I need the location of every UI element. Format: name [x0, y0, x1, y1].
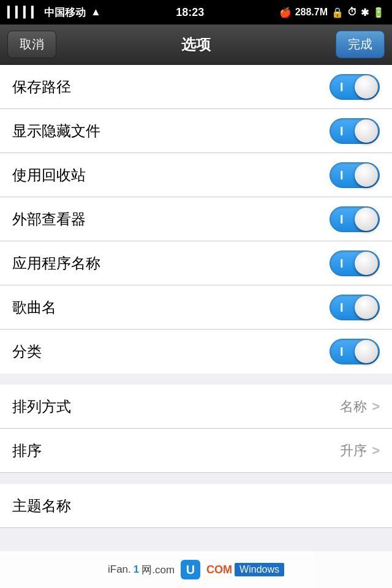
- battery-icon: 🔋: [372, 7, 385, 18]
- toggle-knob-app-name: [355, 252, 378, 275]
- signal-bars: ▎▎▎▎: [7, 6, 39, 19]
- sort-by-chevron: >: [372, 399, 380, 415]
- sort-by-value: 名称: [340, 398, 367, 416]
- clock-icon: ⏱: [347, 7, 357, 18]
- label-category: 分类: [12, 342, 42, 361]
- status-right: 🍎 288.7M 🔒 ⏱ ✱ 🔋: [279, 7, 385, 18]
- toggle-knob-category: [355, 340, 378, 363]
- section-separator-1: [0, 374, 392, 385]
- toggle-category[interactable]: [330, 339, 380, 364]
- label-show-hidden-files: 显示隐藏文件: [12, 121, 100, 141]
- toggle-knob-show-hidden-files: [355, 119, 378, 143]
- row-save-path: 保存路径: [0, 65, 392, 109]
- watermark-com-label: COM: [206, 564, 232, 576]
- lock-icon: 🔒: [331, 7, 344, 18]
- toggle-knob-save-path: [355, 75, 378, 99]
- toggle-save-path[interactable]: [330, 74, 380, 100]
- status-left: ▎▎▎▎ 中国移动 ▲: [7, 6, 101, 20]
- row-sort-by[interactable]: 排列方式 名称 >: [0, 385, 392, 429]
- nav-title: 选项: [181, 35, 211, 55]
- row-external-viewer: 外部查看器: [0, 197, 392, 241]
- row-theme-name: 主题名称: [0, 484, 392, 528]
- row-category: 分类: [0, 330, 392, 374]
- watermark: iFan. 1 网.com U COM Windows: [0, 551, 392, 588]
- watermark-logo-icon: U: [181, 560, 200, 579]
- toggle-show-hidden-files[interactable]: [330, 118, 380, 144]
- done-button[interactable]: 完成: [336, 31, 385, 58]
- label-external-viewer: 外部查看器: [12, 209, 86, 229]
- nav-settings-list: 排列方式 名称 > 排序 升序 >: [0, 385, 392, 473]
- settings-list: 保存路径 显示隐藏文件 使用回收站 外部查看器 应用程序名称 歌曲名: [0, 65, 392, 374]
- watermark-domain: 网.com: [141, 563, 175, 577]
- status-time: 18:23: [176, 6, 204, 19]
- label-app-name: 应用程序名称: [12, 254, 100, 273]
- sort-order-value: 升序: [340, 442, 367, 460]
- row-show-hidden-files: 显示隐藏文件: [0, 109, 392, 153]
- carrier-label: 中国移动: [44, 6, 86, 20]
- row-song-name: 歌曲名: [0, 285, 392, 330]
- watermark-highlight: 1: [134, 564, 139, 576]
- label-save-path: 保存路径: [12, 77, 71, 97]
- status-bar: ▎▎▎▎ 中国移动 ▲ 18:23 🍎 288.7M 🔒 ⏱ ✱ 🔋: [0, 0, 392, 24]
- storage-label: 288.7M: [295, 7, 328, 18]
- label-theme-name: 主题名称: [12, 496, 71, 516]
- toggle-external-viewer[interactable]: [330, 206, 380, 232]
- label-use-recycle-bin: 使用回收站: [12, 165, 86, 185]
- nav-bar: 取消 选项 完成: [0, 24, 392, 65]
- watermark-text: iFan.: [108, 564, 131, 576]
- sort-order-value-area: 升序 >: [340, 442, 380, 460]
- toggle-knob-external-viewer: [355, 208, 378, 231]
- sort-order-chevron: >: [372, 443, 380, 459]
- toggle-song-name[interactable]: [330, 295, 380, 320]
- label-sort-order: 排序: [12, 441, 42, 461]
- apple-icon: 🍎: [279, 7, 292, 18]
- section-separator-2: [0, 473, 392, 484]
- partial-settings-list: 主题名称: [0, 484, 392, 528]
- bluetooth-icon: ✱: [361, 7, 369, 18]
- toggle-knob-song-name: [355, 296, 378, 319]
- toggle-app-name[interactable]: [330, 251, 380, 276]
- toggle-knob-use-recycle-bin: [355, 164, 378, 187]
- label-sort-by: 排列方式: [12, 397, 71, 417]
- row-sort-order[interactable]: 排序 升序 >: [0, 429, 392, 473]
- row-app-name: 应用程序名称: [0, 241, 392, 285]
- cancel-button[interactable]: 取消: [7, 31, 56, 58]
- label-song-name: 歌曲名: [12, 298, 56, 317]
- row-use-recycle-bin: 使用回收站: [0, 153, 392, 197]
- watermark-windows-label: Windows: [235, 563, 284, 576]
- sort-by-value-area: 名称 >: [340, 398, 380, 416]
- wifi-icon: ▲: [91, 6, 101, 18]
- toggle-use-recycle-bin[interactable]: [330, 162, 380, 188]
